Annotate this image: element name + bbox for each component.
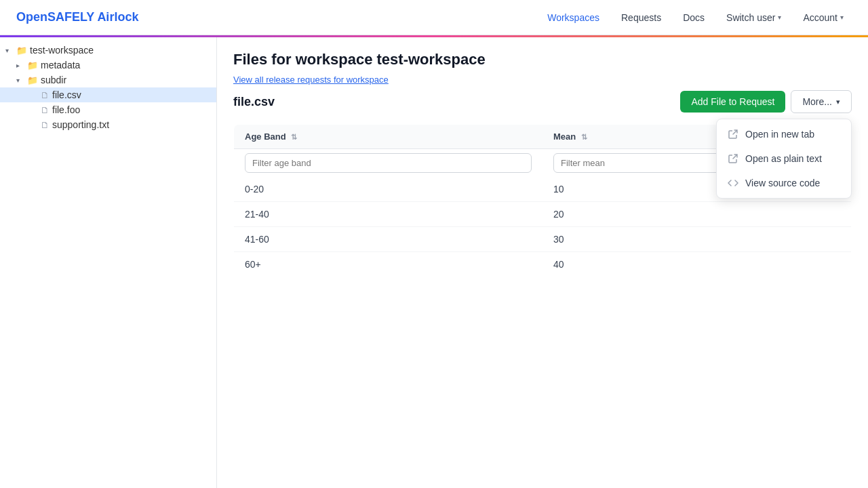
tree-label: supporting.txt: [52, 119, 109, 130]
sidebar-item-metadata[interactable]: ▸ 📁 metadata: [0, 58, 216, 73]
logo-opensafely: OpenSAFELY: [16, 10, 94, 24]
nav-account[interactable]: Account ▾: [795, 8, 852, 27]
filter-cell-age-band: [234, 149, 543, 178]
dropdown-item-view-source[interactable]: View source code: [717, 171, 851, 195]
nav-requests[interactable]: Requests: [613, 8, 669, 27]
external-link-icon: [728, 129, 738, 140]
folder-icon: 📁: [27, 75, 38, 85]
file-icon: 🗋: [41, 105, 50, 115]
dropdown-item-open-new-tab[interactable]: Open in new tab: [717, 122, 851, 146]
toggle-icon: ▾: [5, 47, 16, 54]
tree-label: test-workspace: [30, 45, 94, 56]
folder-icon: 📁: [16, 45, 27, 56]
dropdown-label-open-new-tab: Open in new tab: [745, 129, 814, 140]
col-age-band: Age Band ⇅: [234, 125, 543, 149]
cell-age-band: 41-60: [234, 227, 543, 252]
sidebar-item-file-csv[interactable]: 🗋 file.csv: [0, 87, 216, 102]
more-chevron-icon: ▾: [836, 98, 840, 106]
switch-user-chevron-icon: ▾: [778, 14, 781, 21]
sidebar-item-test-workspace[interactable]: ▾ 📁 test-workspace: [0, 43, 216, 58]
table-row: 41-6030: [234, 227, 852, 252]
tree-label: metadata: [41, 60, 80, 70]
add-file-button[interactable]: Add File to Request: [680, 91, 785, 113]
cell-mean: 30: [542, 227, 852, 252]
sidebar-item-subdir[interactable]: ▾ 📁 subdir: [0, 73, 216, 87]
file-icon: 🗋: [41, 120, 50, 130]
tree-label: subdir: [41, 75, 66, 85]
toggle-icon: ▸: [16, 62, 27, 69]
file-icon: 🗋: [41, 90, 50, 100]
page-title: Files for workspace test-workspace: [233, 51, 852, 68]
sort-icon-age-band[interactable]: ⇅: [291, 133, 297, 142]
filter-age-band-input[interactable]: [245, 153, 532, 173]
main-nav: Workspaces Requests Docs Switch user ▾ A…: [539, 8, 852, 27]
cell-age-band: 21-40: [234, 202, 543, 227]
code-icon: [728, 178, 738, 188]
dropdown-label-view-source: View source code: [745, 178, 820, 188]
table-row: 21-4020: [234, 202, 852, 227]
content-area: Files for workspace test-workspace View …: [217, 37, 868, 488]
file-name: file.csv: [233, 95, 275, 109]
tree-label: file.foo: [52, 104, 80, 115]
sidebar-item-file-foo[interactable]: 🗋 file.foo: [0, 102, 216, 117]
table-row: 60+40: [234, 252, 852, 277]
sidebar-item-supporting-txt[interactable]: 🗋 supporting.txt: [0, 117, 216, 132]
cell-age-band: 60+: [234, 252, 543, 277]
account-chevron-icon: ▾: [840, 14, 844, 21]
external-link-icon-2: [728, 153, 738, 164]
dropdown-item-open-plain-text[interactable]: Open as plain text: [717, 146, 851, 171]
tree-label: file.csv: [52, 89, 81, 100]
breadcrumb-link[interactable]: View all release requests for workspace: [233, 75, 389, 85]
file-header: file.csv Add File to Request More... ▾: [233, 90, 852, 113]
cell-age-band: 0-20: [234, 177, 543, 202]
sidebar: ▾ 📁 test-workspace ▸ 📁 metadata ▾ 📁 subd…: [0, 37, 217, 488]
more-button[interactable]: More... ▾: [791, 90, 852, 113]
sort-icon-mean[interactable]: ⇅: [581, 133, 587, 142]
dropdown-label-open-plain-text: Open as plain text: [745, 153, 822, 164]
header: OpenSAFELY Airlock Workspaces Requests D…: [0, 0, 868, 35]
more-label: More...: [802, 96, 832, 107]
cell-mean: 40: [542, 252, 852, 277]
nav-switch-user[interactable]: Switch user ▾: [718, 8, 789, 27]
file-actions: Add File to Request More... ▾: [680, 90, 852, 113]
toggle-icon: ▾: [16, 77, 27, 84]
nav-docs[interactable]: Docs: [675, 8, 713, 27]
cell-mean: 20: [542, 202, 852, 227]
nav-workspaces[interactable]: Workspaces: [539, 8, 608, 27]
more-dropdown-menu: Open in new tab Open as plain text View …: [716, 119, 852, 199]
main-layout: ▾ 📁 test-workspace ▸ 📁 metadata ▾ 📁 subd…: [0, 37, 868, 488]
app-logo[interactable]: OpenSAFELY Airlock: [16, 10, 138, 24]
folder-icon: 📁: [27, 60, 38, 70]
logo-airlock: Airlock: [97, 10, 138, 24]
